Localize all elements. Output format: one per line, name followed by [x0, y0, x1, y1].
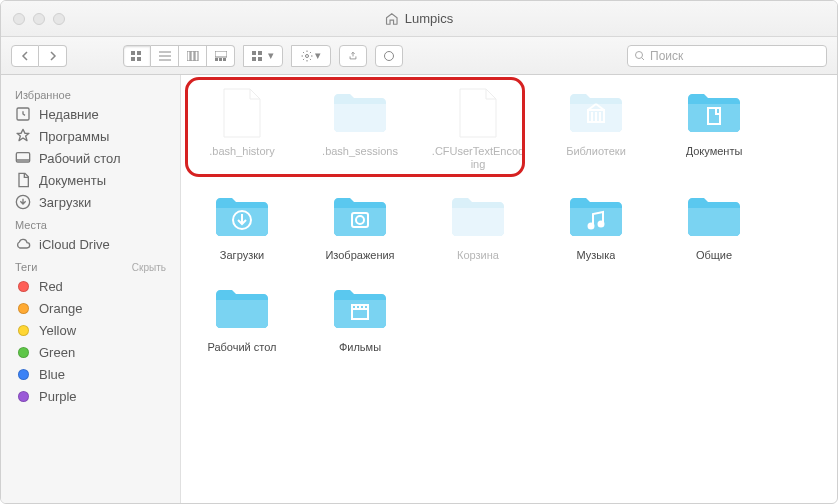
finder-window: Lumpics ▾ ▾ Поиск Избранное Неда	[0, 0, 838, 504]
view-list-button[interactable]	[151, 45, 179, 67]
sidebar-item[interactable]: Программы	[1, 125, 180, 147]
clock-icon	[15, 106, 31, 122]
sidebar-item-label: Рабочий стол	[39, 151, 121, 166]
file-item-label: Корзина	[457, 249, 499, 262]
view-buttons	[123, 45, 235, 67]
forward-button[interactable]	[39, 45, 67, 67]
cloud-icon	[15, 236, 31, 252]
svg-rect-11	[215, 58, 218, 61]
sidebar-item-label: Yellow	[39, 323, 76, 338]
sidebar-heading-favorites: Избранное	[1, 83, 180, 103]
sidebar-item[interactable]: Документы	[1, 169, 180, 191]
svg-rect-15	[258, 51, 262, 55]
file-item-label: Музыка	[577, 249, 616, 262]
folder-icon	[446, 189, 510, 245]
file-item[interactable]: Загрузки	[195, 189, 289, 262]
svg-point-19	[385, 51, 394, 60]
sidebar-item[interactable]: Green	[1, 341, 180, 363]
maximize-window-button[interactable]	[53, 13, 65, 25]
view-icons-button[interactable]	[123, 45, 151, 67]
sidebar-item-label: Программы	[39, 129, 109, 144]
sidebar-item[interactable]: Red	[1, 275, 180, 297]
file-item[interactable]: .bash_history	[195, 85, 289, 171]
sidebar-item[interactable]: Yellow	[1, 319, 180, 341]
sidebar-item[interactable]: Purple	[1, 385, 180, 407]
sidebar-item[interactable]: Orange	[1, 297, 180, 319]
tag-icon	[15, 278, 31, 294]
sidebar-heading-places: Места	[1, 213, 180, 233]
sidebar-item-label: Загрузки	[39, 195, 91, 210]
file-icon	[446, 85, 510, 141]
folder-download-icon	[210, 189, 274, 245]
svg-point-20	[636, 51, 643, 58]
sidebar-item[interactable]: Blue	[1, 363, 180, 385]
file-item[interactable]: Документы	[667, 85, 761, 171]
search-icon	[634, 50, 646, 62]
file-item-label: .bash_sessions	[322, 145, 398, 158]
sidebar-item[interactable]: Недавние	[1, 103, 180, 125]
group-button[interactable]: ▾	[243, 45, 283, 67]
svg-point-37	[589, 224, 594, 229]
svg-rect-3	[137, 57, 141, 61]
folder-library-icon	[564, 85, 628, 141]
window-controls	[1, 13, 65, 25]
window-title: Lumpics	[385, 11, 453, 26]
svg-rect-16	[252, 57, 256, 61]
file-item-label: Загрузки	[220, 249, 264, 262]
apps-icon	[15, 128, 31, 144]
sidebar-hide-button[interactable]: Скрыть	[132, 262, 166, 273]
group-button-group: ▾	[243, 45, 283, 67]
toolbar: ▾ ▾ Поиск	[1, 37, 837, 75]
sidebar-item[interactable]: Загрузки	[1, 191, 180, 213]
content-area[interactable]: .bash_history.bash_sessions.CFUserTextEn…	[181, 75, 837, 503]
file-item-label: Документы	[686, 145, 743, 158]
svg-rect-17	[258, 57, 262, 61]
sidebar-item-label: Blue	[39, 367, 65, 382]
folder-music-icon	[564, 189, 628, 245]
folder-doc-icon	[682, 85, 746, 141]
svg-rect-8	[191, 51, 194, 61]
tag-button[interactable]	[375, 45, 403, 67]
view-gallery-button[interactable]	[207, 45, 235, 67]
tag-icon	[15, 322, 31, 338]
back-button[interactable]	[11, 45, 39, 67]
sidebar-heading-tags: ТегиСкрыть	[1, 255, 180, 275]
minimize-window-button[interactable]	[33, 13, 45, 25]
sidebar-item-label: iCloud Drive	[39, 237, 110, 252]
svg-point-38	[599, 222, 604, 227]
close-window-button[interactable]	[13, 13, 25, 25]
svg-rect-0	[131, 51, 135, 55]
titlebar: Lumpics	[1, 1, 837, 37]
folder-icon	[682, 189, 746, 245]
svg-line-21	[642, 57, 645, 60]
body: Избранное НедавниеПрограммыРабочий столД…	[1, 75, 837, 503]
tag-icon	[15, 366, 31, 382]
file-item[interactable]: Библиотеки	[549, 85, 643, 171]
file-item[interactable]: Общие	[667, 189, 761, 262]
file-item[interactable]: .bash_sessions	[313, 85, 407, 171]
search-field[interactable]: Поиск	[627, 45, 827, 67]
items-grid: .bash_history.bash_sessions.CFUserTextEn…	[195, 85, 823, 354]
search-placeholder: Поиск	[650, 49, 683, 63]
folder-movies-icon	[328, 281, 392, 337]
file-item[interactable]: .CFUserTextEncoding	[431, 85, 525, 171]
sidebar-item[interactable]: Рабочий стол	[1, 147, 180, 169]
view-columns-button[interactable]	[179, 45, 207, 67]
svg-rect-9	[195, 51, 198, 61]
svg-point-18	[306, 54, 309, 57]
file-item[interactable]: Изображения	[313, 189, 407, 262]
action-button[interactable]: ▾	[291, 45, 331, 67]
download-icon	[15, 194, 31, 210]
sidebar-item-label: Orange	[39, 301, 82, 316]
file-item[interactable]: Фильмы	[313, 281, 407, 354]
file-item[interactable]: Рабочий стол	[195, 281, 289, 354]
file-item[interactable]: Корзина	[431, 189, 525, 262]
folder-icon	[210, 281, 274, 337]
sidebar-item[interactable]: iCloud Drive	[1, 233, 180, 255]
file-item[interactable]: Музыка	[549, 189, 643, 262]
svg-rect-10	[215, 51, 227, 57]
tag-icon	[15, 344, 31, 360]
file-item-label: .CFUserTextEncoding	[431, 145, 525, 171]
share-button[interactable]	[339, 45, 367, 67]
sidebar-item-label: Документы	[39, 173, 106, 188]
